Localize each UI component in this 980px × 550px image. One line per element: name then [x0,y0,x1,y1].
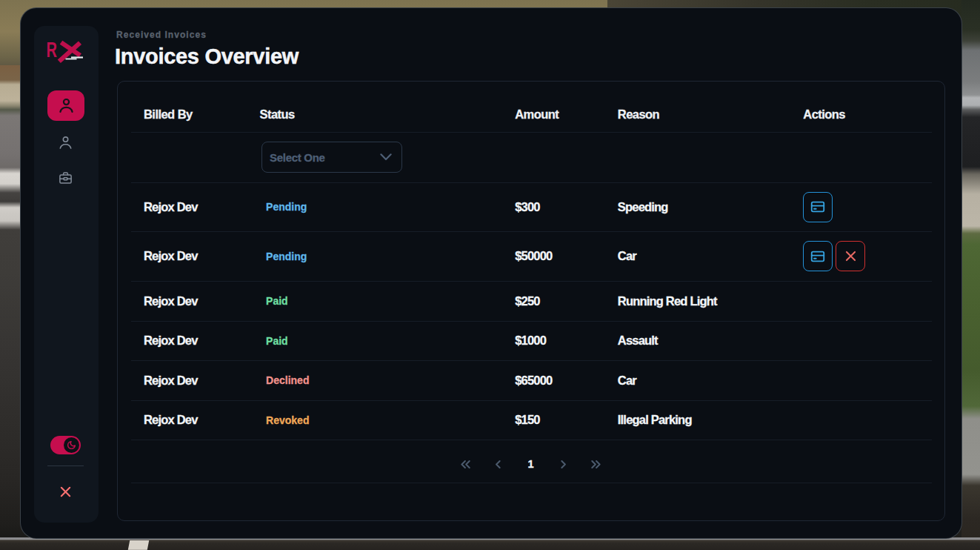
svg-text:R: R [47,39,57,62]
